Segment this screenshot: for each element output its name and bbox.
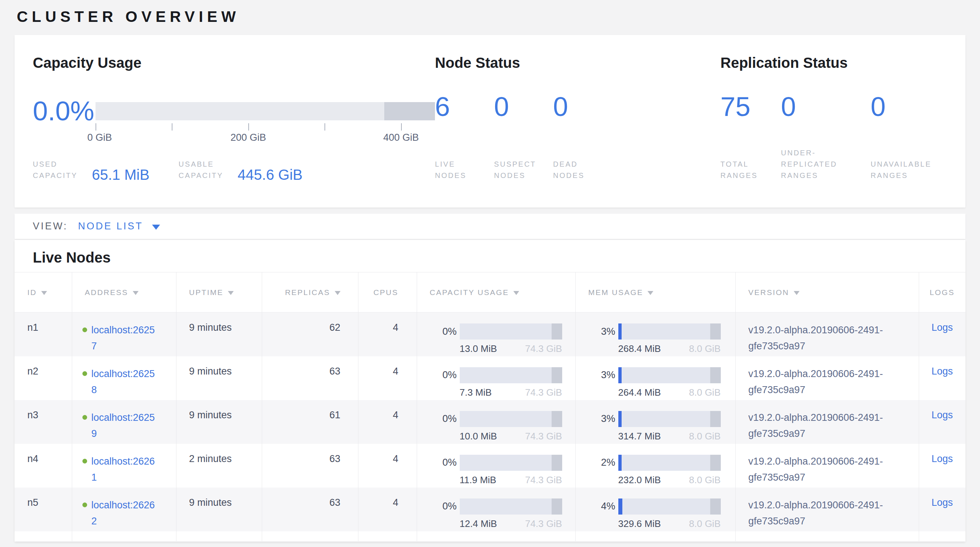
usage-bar [618,411,721,427]
usage-bar [618,455,721,471]
node-version: v19.2.0-alpha.20190606-2491-gfe735c9a97 [748,322,911,354]
node-id: n1 [14,313,72,356]
node-address-link[interactable]: localhost:26261 [92,453,157,485]
tick-label-0: 0 GiB [87,132,112,143]
usage-used-value: 13.0 MiB [460,343,497,355]
usage-bar-reserved-segment [710,411,721,427]
node-uptime: 9 minutes [176,313,262,356]
table-row: n5 localhost:26262 9 minutes 63 4 0% 12.… [14,488,966,531]
live-nodes-label: LIVE NODES [435,159,482,181]
capacity-usage-cell: 0% 11.9 MiB 74.3 GiB [430,455,575,486]
dead-nodes-count: 0 [553,93,612,120]
replication-status-title: Replication Status [721,54,947,72]
logs-link[interactable]: Logs [932,497,953,508]
header-address[interactable]: ADDRESS [72,272,176,313]
header-id[interactable]: ID [14,272,72,313]
table-row-partial [14,531,966,541]
node-address-link[interactable]: localhost:26259 [92,410,157,442]
header-capacity-usage[interactable]: CAPACITY USAGE [417,272,575,313]
mem-usage-cell: 4% 329.6 MiB 8.0 GiB [589,498,735,530]
node-uptime: 9 minutes [176,356,262,400]
usage-bar-fill [618,455,622,471]
node-status-title: Node Status [435,54,721,72]
usage-bar [618,498,721,515]
node-replicas: 63 [262,356,358,400]
sort-arrow-icon [133,291,138,295]
unavailable-ranges-count: 0 [870,93,947,120]
header-version[interactable]: VERSION [735,272,919,313]
mem-usage-cell: 3% 314.7 MiB 8.0 GiB [589,411,735,442]
node-live-dot-icon [83,459,87,463]
node-address-link[interactable]: localhost:26262 [92,497,157,529]
view-bar: VIEW: NODE LIST [14,214,966,239]
usage-total-value: 8.0 GiB [689,431,721,442]
mem-usage-cell: 3% 268.4 MiB 8.0 GiB [589,323,735,355]
logs-link[interactable]: Logs [932,453,953,464]
usage-used-value: 11.9 MiB [460,474,496,486]
sort-arrow-icon [648,291,653,295]
header-logs: LOGS [919,272,966,313]
usage-bar-fill [618,498,622,515]
table-row: n2 localhost:26258 9 minutes 63 4 0% 7.3… [14,356,966,400]
usage-used-value: 10.0 MiB [460,431,497,442]
usage-percent: 0% [430,501,457,512]
sort-arrow-icon [513,291,519,295]
under-replicated-ranges-stat: 0 UNDER-REPLICATED RANGES [781,93,870,181]
usage-bar-reserved-segment [552,498,562,515]
usable-capacity-value: 445.6 GiB [238,167,302,183]
usage-total-value: 74.3 GiB [525,387,562,398]
usage-bar-fill [618,411,622,427]
node-address-link[interactable]: localhost:26258 [92,366,157,398]
logs-link[interactable]: Logs [932,366,953,377]
usable-capacity-stat: USABLE CAPACITY 445.6 GiB [179,159,302,181]
capacity-usage-title: Capacity Usage [33,54,435,72]
node-version: v19.2.0-alpha.20190606-2491-gfe735c9a97 [748,366,911,398]
view-mode-selected[interactable]: NODE LIST [78,221,143,232]
suspect-nodes-label: SUSPECT NODES [494,159,541,181]
usage-bar [460,323,562,340]
usage-bar [618,323,721,340]
header-mem-usage[interactable]: MEM USAGE [575,272,735,313]
sort-arrow-icon [228,291,234,295]
usage-used-value: 264.4 MiB [618,387,661,398]
node-version: v19.2.0-alpha.20190606-2491-gfe735c9a97 [748,410,911,442]
capacity-gauge-nonusable-segment [384,102,435,120]
usable-capacity-label: USABLE CAPACITY [179,159,228,181]
usage-bar-fill [618,323,622,340]
capacity-usage-section: Capacity Usage 0.0% 0 GiB 200 GiB 400 Gi… [33,54,435,207]
view-mode-dropdown[interactable]: NODE LIST [78,221,160,232]
node-cpus: 4 [358,488,417,531]
usage-used-value: 7.3 MiB [460,387,492,398]
table-row: n3 localhost:26259 9 minutes 61 4 0% 10.… [14,400,966,444]
usage-bar-reserved-segment [710,367,721,383]
header-replicas[interactable]: REPLICAS [262,272,358,313]
suspect-nodes-stat: 0 SUSPECT NODES [494,93,553,181]
view-label: VIEW: [33,221,68,232]
capacity-usage-cell: 0% 13.0 MiB 74.3 GiB [430,323,575,355]
node-cpus: 4 [358,356,417,400]
node-uptime: 9 minutes [176,400,262,444]
live-nodes-card: Live Nodes ID ADDRESS UPTIME REPLICAS CP… [14,240,966,542]
usage-bar [460,367,562,383]
usage-total-value: 8.0 GiB [689,518,721,530]
usage-bar-reserved-segment [710,455,721,471]
usage-total-value: 74.3 GiB [525,474,562,486]
node-id: n4 [14,444,72,488]
logs-link[interactable]: Logs [932,322,953,333]
node-live-dot-icon [83,328,87,332]
usage-bar [460,455,562,471]
usage-percent: 0% [430,413,457,425]
usage-total-value: 74.3 GiB [525,431,562,442]
live-nodes-stat: 6 LIVE NODES [435,93,494,181]
node-live-dot-icon [83,371,87,376]
node-address-link[interactable]: localhost:26257 [92,322,157,354]
usage-used-value: 232.0 MiB [618,474,661,486]
node-cpus: 4 [358,444,417,488]
usage-bar [460,498,562,515]
suspect-nodes-count: 0 [494,93,553,120]
usage-bar-reserved-segment [710,323,721,340]
sort-arrow-icon [335,291,340,295]
header-uptime[interactable]: UPTIME [176,272,262,313]
capacity-gauge-ticks [95,123,435,130]
logs-link[interactable]: Logs [932,410,953,420]
